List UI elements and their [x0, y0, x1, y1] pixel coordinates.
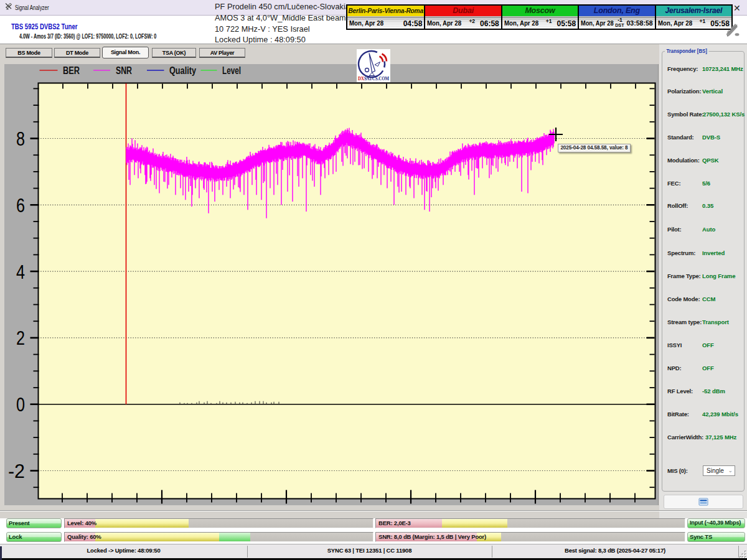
svg-text:-2: -2 — [8, 460, 25, 482]
svg-text:DXSATCS.COM: DXSATCS.COM — [358, 75, 389, 82]
svg-text:6: 6 — [16, 194, 25, 217]
svg-text:Quality: Quality — [169, 65, 196, 76]
svg-text:Level: Level — [222, 65, 241, 76]
svg-text:4: 4 — [16, 261, 25, 283]
svg-text:8: 8 — [16, 128, 25, 150]
svg-text:SNR: SNR — [116, 65, 132, 76]
svg-text:2: 2 — [16, 327, 25, 349]
svg-text:0: 0 — [16, 393, 25, 416]
svg-text:BER: BER — [63, 65, 80, 76]
